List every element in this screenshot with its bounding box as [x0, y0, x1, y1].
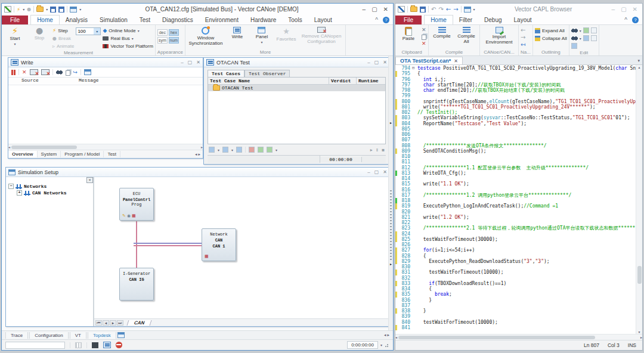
- bookmark-icon[interactable]: [583, 35, 589, 41]
- code-line[interactable]: 816: [395, 187, 636, 193]
- navigate-forward-icon[interactable]: →: [453, 6, 458, 13]
- minimize-button[interactable]: –: [612, 6, 615, 13]
- replace-icon[interactable]: [571, 36, 578, 41]
- write-maximize-button[interactable]: ▢: [188, 60, 193, 65]
- bottom-tab-topdesk[interactable]: Topdesk: [88, 332, 116, 339]
- capl-tab-home[interactable]: Home: [424, 15, 453, 24]
- code-line[interactable]: 804 ReportName("Testcase","Test Value");: [395, 121, 636, 126]
- code-line[interactable]: 833 if(TBOXDownloadResult()==1): [395, 281, 636, 286]
- panel-button[interactable]: Panel ▾: [250, 26, 273, 44]
- start-button-dropdown-icon[interactable]: ▾: [14, 42, 16, 46]
- code-line[interactable]: 814: [395, 176, 636, 181]
- real-bus-button[interactable]: Real Bus ▾: [103, 35, 153, 42]
- configuration-icon[interactable]: [70, 7, 77, 13]
- next-sheet-icon[interactable]: ▸: [110, 320, 116, 326]
- compile-all-button[interactable]: Compile All: [455, 26, 478, 45]
- write-tab-program-model[interactable]: Program / Model: [61, 151, 104, 157]
- code-line[interactable]: 812 /**************1.1 配置登录云平台参数 主动升级***…: [395, 165, 636, 171]
- real-bus-dropdown-icon[interactable]: ▾: [132, 36, 134, 41]
- write-output-area[interactable]: [8, 85, 203, 144]
- tab-test-observer[interactable]: Test Observer: [244, 70, 290, 77]
- code-line[interactable]: 811: [395, 159, 636, 165]
- zoom-out-icon[interactable]: [591, 35, 597, 41]
- stop-quick-icon[interactable]: ●: [27, 7, 31, 12]
- edit-test-icon[interactable]: [222, 147, 228, 153]
- close-button[interactable]: ✕: [383, 6, 388, 13]
- expand-expander-icon[interactable]: +: [17, 190, 22, 196]
- save-icon[interactable]: [50, 7, 56, 13]
- code-line[interactable]: 825 testWaitForTimeout(30000);: [395, 237, 636, 242]
- status-write-icon[interactable]: [103, 342, 111, 348]
- code-line[interactable]: 839: [395, 314, 636, 319]
- clear-view-icon[interactable]: [30, 69, 38, 75]
- capl-config-icon[interactable]: [464, 7, 471, 13]
- animation-delay-select[interactable]: 100 ▾: [76, 27, 101, 35]
- code-line[interactable]: 802// TestInit();: [395, 110, 636, 115]
- code-line[interactable]: 836 }: [395, 298, 636, 303]
- scroll-thumb[interactable]: [11, 145, 77, 149]
- otacan-close-button[interactable]: ✕: [383, 60, 387, 65]
- splitter-arrow-icon[interactable]: ▸: [390, 262, 392, 266]
- editor-vertical-scrollbar[interactable]: ▴ ▾: [636, 65, 642, 334]
- help-icon[interactable]: ?: [632, 17, 639, 23]
- capl-tab-file[interactable]: File: [395, 16, 422, 24]
- network-node[interactable]: Network CAN CAN 1 ▦: [202, 228, 236, 261]
- scroll-left-icon[interactable]: ◂: [395, 335, 397, 339]
- paste-button[interactable]: Paste: [397, 26, 420, 42]
- scroll-up-icon[interactable]: ▴: [638, 65, 640, 69]
- code-line[interactable]: 834 {: [395, 286, 636, 292]
- favorites-button[interactable]: ★ Favorites: [275, 26, 298, 42]
- test-config-icon[interactable]: [236, 147, 242, 153]
- code-line[interactable]: 823 /**************2.1 等待下载过程，轮询调用python…: [395, 225, 636, 231]
- ribbon-collapse-icon[interactable]: ^: [624, 17, 627, 23]
- otacan-titlebar[interactable]: OTACAN Test – ▢ ✕: [204, 58, 389, 67]
- code-lines[interactable]: 794⊟testcase PositiveOTA_TG1_TC01_SC02_P…: [395, 65, 636, 334]
- splitter-arrow-icon[interactable]: ▸: [390, 120, 392, 125]
- resize-grip[interactable]: [385, 343, 389, 348]
- scroll-down-icon[interactable]: ▾: [638, 330, 640, 334]
- write-tab-test[interactable]: Test: [104, 151, 120, 157]
- start-quick-icon[interactable]: ⚡: [17, 7, 20, 13]
- sym-toggle[interactable]: sym: [157, 37, 168, 44]
- column-test-case-name[interactable]: Test Case Name: [208, 78, 329, 84]
- column-verdict[interactable]: Verdict: [329, 78, 357, 84]
- interactive-generator-node[interactable]: I-Generator CAN IG: [119, 268, 154, 301]
- tab-scroll-icons[interactable]: ◂ ▸: [195, 152, 203, 157]
- open-icon[interactable]: [410, 7, 417, 12]
- code-line[interactable]: 841: [395, 325, 636, 330]
- new-test-dropdown-icon[interactable]: ▾: [218, 148, 219, 152]
- docking-splitter[interactable]: ▸ ▸: [388, 56, 393, 330]
- start-dropdown-icon[interactable]: ▾: [23, 7, 24, 11]
- capl-tab-layout[interactable]: Layout: [508, 16, 538, 24]
- ecu-node[interactable]: ECU PanelContrl Prog ✎ ◉ ▦: [119, 188, 154, 221]
- logging-icon[interactable]: [92, 342, 98, 348]
- animate-button[interactable]: ▹ Animate: [52, 42, 74, 49]
- nav-back-icon[interactable]: ←: [521, 27, 525, 33]
- tab-home[interactable]: Home: [30, 15, 60, 24]
- maximize-button[interactable]: ▢: [621, 6, 626, 13]
- code-line[interactable]: 808 /**************发送OTA条件报文************…: [395, 143, 636, 148]
- replace-dropdown-icon[interactable]: ▾: [580, 36, 581, 41]
- num-toggle[interactable]: num: [169, 37, 179, 44]
- clear-all-icon[interactable]: [41, 69, 49, 75]
- pause-icon[interactable]: ‖: [376, 147, 378, 153]
- column-source[interactable]: Source: [21, 78, 79, 85]
- bracket-match-icon[interactable]: [591, 27, 597, 33]
- code-line[interactable]: 832: [395, 275, 636, 281]
- clear-icon[interactable]: ✕: [22, 69, 27, 75]
- export-icon[interactable]: ↪: [73, 69, 78, 75]
- save-icon[interactable]: [420, 7, 426, 13]
- start-button[interactable]: ⚡ Start ▾: [4, 26, 26, 46]
- code-line[interactable]: 826: [395, 242, 636, 247]
- editor-horizontal-scrollbar[interactable]: ◂ ▸: [395, 334, 642, 340]
- delete-icon[interactable]: ✕: [422, 41, 426, 47]
- sim-close-button[interactable]: ✕: [383, 169, 387, 175]
- scroll-thumb[interactable]: [398, 336, 595, 339]
- close-button[interactable]: ✕: [633, 6, 637, 13]
- undo-icon[interactable]: ↶: [431, 6, 436, 13]
- write-tab-overview[interactable]: Overview: [8, 151, 38, 157]
- code-line[interactable]: 797 char startTime[20];//获取TBOX开始(下载/安装)…: [395, 82, 636, 88]
- sheet-tab-can[interactable]: CAN: [127, 320, 152, 326]
- scroll-right-icon[interactable]: ▸: [640, 335, 642, 339]
- code-line[interactable]: 794⊟testcase PositiveOTA_TG1_TC01_SC02_P…: [395, 66, 636, 71]
